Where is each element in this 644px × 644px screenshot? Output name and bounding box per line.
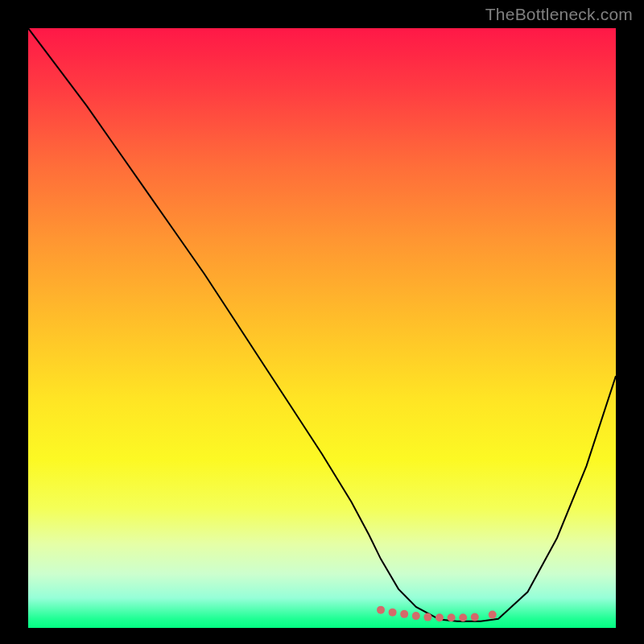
gradient-background	[28, 28, 616, 628]
highlight-marker	[448, 613, 456, 621]
plot-area	[28, 28, 616, 628]
highlight-marker	[377, 606, 385, 614]
highlight-marker	[436, 613, 444, 621]
highlight-marker	[400, 610, 408, 618]
chart-frame	[28, 28, 616, 628]
watermark-text: TheBottleneck.com	[485, 5, 633, 24]
highlight-marker	[423, 613, 431, 621]
highlight-marker	[412, 612, 420, 620]
highlight-marker	[489, 611, 497, 619]
highlight-marker	[389, 609, 397, 617]
highlight-marker	[471, 613, 479, 621]
chart-svg	[28, 28, 616, 628]
highlight-marker	[459, 613, 467, 621]
